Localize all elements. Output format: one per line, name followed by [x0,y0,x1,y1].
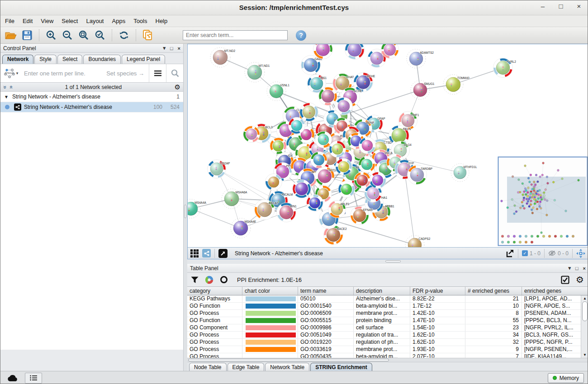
protein-node-smug1[interactable]: SMUG1 [411,80,435,99]
navigator-compass-icon[interactable] [576,249,585,258]
horizontal-scrollbar[interactable] [187,358,588,362]
column-header-category[interactable]: category [187,286,242,295]
save-session-button[interactable] [20,28,34,42]
protein-node-efna5[interactable]: EFNA5 [351,206,373,225]
enrichment-table-row[interactable]: GO ComponentGO:0009986cell surface1.54E-… [187,324,588,332]
panel-float-icon[interactable]: □ [575,266,579,271]
settings-gear-icon[interactable]: ⚙ [576,274,584,285]
network-edge[interactable] [191,209,241,228]
set-species-label[interactable]: Set species → [106,70,144,77]
zoom-out-button[interactable] [61,28,74,42]
hidden-count-badge[interactable]: 0 - 0 [548,250,569,257]
string-options-button[interactable] [149,64,166,82]
tab-edge-table[interactable]: Edge Table [228,363,265,372]
scroll-down-icon[interactable]: ▼ [581,353,588,357]
protein-node[interactable] [311,152,327,169]
protein-node[interactable] [336,159,352,175]
protein-node-tomm40[interactable]: TOMM40 [443,75,469,94]
ring-chart-icon[interactable] [220,276,228,284]
protein-node[interactable] [307,195,323,211]
task-list-button[interactable] [25,373,42,384]
protein-node-adamts2[interactable]: ADAMTS2 [407,49,434,68]
open-session-button[interactable] [4,28,18,42]
column-header--enriched-genes[interactable]: # enriched genes [465,286,522,295]
tab-node-table[interactable]: Node Table [189,363,227,372]
enrichment-table-row[interactable]: GO FunctionGO:0001540beta-amyloid bi...1… [187,303,588,310]
tab-string-enrichment[interactable]: STRING Enrichment [310,363,372,372]
protein-node[interactable] [370,172,386,189]
vertical-scrollbar[interactable]: ▲ ▼ [581,295,588,358]
menu-tools[interactable]: Tools [133,18,147,24]
protein-node-mthfd1l[interactable]: MTHFD1L [451,164,477,182]
enrichment-table-row[interactable]: GO ProcessGO:0033619membrane prot...1.93… [187,346,588,353]
vertical-splitter[interactable] [184,44,187,371]
select-rows-checkbox-icon[interactable] [561,276,569,284]
birds-eye-view[interactable] [498,157,588,246]
enrichment-table-row[interactable]: KEGG Pathways05010Alzheimer's dise...8.8… [187,295,588,303]
protein-node[interactable] [266,174,282,191]
panel-menu-icon[interactable]: ▾ [568,265,571,271]
tab-legend-panel[interactable]: Legend Panel [122,55,165,64]
protein-node-ms4a6a[interactable]: MS4A6A [222,189,247,209]
expand-all-icon[interactable]: » [9,85,13,89]
menu-select[interactable]: Select [62,18,78,24]
protein-node-cd2ap[interactable]: CD2AP [208,160,230,178]
protein-node-mt-nd1[interactable]: MT-ND1 [245,62,270,82]
menu-layout[interactable]: Layout [86,18,104,24]
tab-boundaries[interactable]: Boundaries [83,55,121,64]
protein-node-abca7[interactable]: ABCA7 [255,200,279,220]
tab-select[interactable]: Select [57,55,82,64]
protein-node[interactable] [293,180,311,198]
protein-node-ms4a4a[interactable]: MS4A4A [188,199,207,218]
tab-style[interactable]: Style [34,55,57,64]
help-button[interactable]: ? [296,30,306,41]
protein-node[interactable] [300,103,318,122]
protein-node[interactable] [359,156,375,173]
cloud-status-button[interactable] [4,373,21,384]
selected-count-badge[interactable]: ✓ 1 - 0 [522,250,541,257]
gear-icon[interactable]: ⚙ [175,83,180,91]
menu-file[interactable]: File [5,18,14,24]
tab-network-table[interactable]: Network Table [265,363,309,372]
protein-node-bin1[interactable]: BIN1 [277,203,297,222]
close-button[interactable]: × [575,2,583,10]
protein-node[interactable] [315,131,332,148]
scrollbar-thumb[interactable] [582,301,588,321]
memory-button[interactable]: Memory [548,373,584,383]
export-network-button[interactable] [505,249,514,258]
protein-node[interactable] [354,172,371,189]
minimize-button[interactable]: – [539,2,547,10]
protein-node-tardbp[interactable]: TARDBP [408,165,433,185]
protein-node[interactable] [289,117,305,134]
donut-chart-icon[interactable] [205,276,213,284]
splitter-handle[interactable] [385,260,401,262]
splitter-handle[interactable] [184,205,186,218]
protein-node[interactable] [313,44,333,59]
protein-node[interactable] [338,181,355,198]
column-header-chart-color[interactable]: chart color [242,286,298,295]
column-header-fdr-p-value[interactable]: FDR p-value [410,286,465,295]
protein-node[interactable] [270,138,287,155]
scroll-up-icon[interactable]: ▲ [581,296,588,300]
menu-apps[interactable]: Apps [112,18,126,24]
zoom-in-button[interactable] [44,28,58,42]
expander-icon[interactable]: ▼ [4,94,12,99]
menu-help[interactable]: Help [156,18,168,24]
menu-view[interactable]: View [41,18,53,24]
string-search-button[interactable] [166,64,183,82]
grid-view-icon[interactable] [190,249,199,258]
protein-node-bche[interactable]: BCHE [354,73,375,92]
collapse-all-icon[interactable]: » [3,85,7,89]
column-header-enriched-genes[interactable]: enriched genes [522,286,588,295]
panel-close-icon[interactable]: × [583,266,586,271]
protein-node[interactable] [359,137,376,154]
protein-node-ms4a4e[interactable]: MS4A4E [231,218,256,238]
protein-node-aplp1[interactable]: APLP1 [328,201,350,218]
panel-close-icon[interactable]: × [178,46,180,51]
column-header-term-name[interactable]: term name [298,286,354,295]
scrollbar-thumb[interactable] [188,359,389,361]
filter-icon[interactable] [191,276,199,283]
menu-edit[interactable]: Edit [23,18,33,24]
enrichment-table-row[interactable]: GO FunctionGO:0005515protein binding1.47… [187,317,588,324]
enrichment-table-row[interactable]: GO ProcessGO:0006509membrane prot...1.42… [187,310,588,317]
